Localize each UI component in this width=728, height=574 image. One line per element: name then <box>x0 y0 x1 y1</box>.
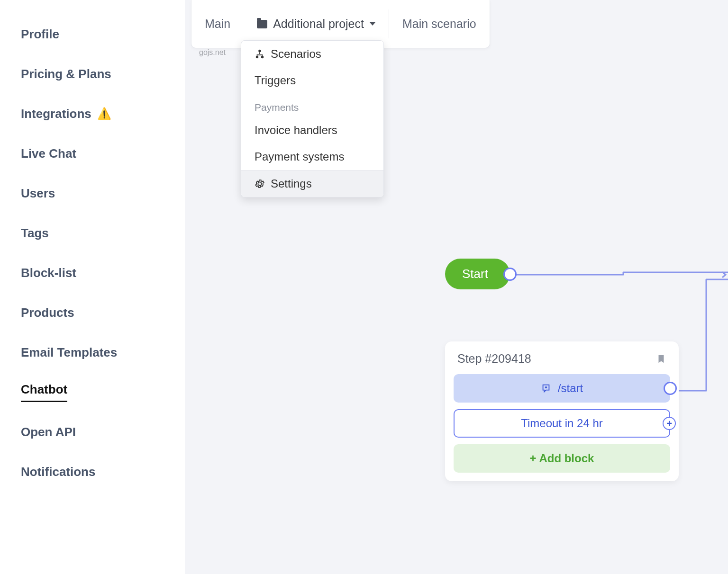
sidebar-item-blocklist[interactable]: Block-list <box>0 253 185 293</box>
sidebar-item-integrations[interactable]: Integrations ⚠️ <box>0 94 185 134</box>
sidebar-item-users[interactable]: Users <box>0 173 185 213</box>
label: Settings <box>271 177 312 190</box>
project-dropdown-menu: Scenarios Triggers Payments Invoice hand… <box>241 40 384 197</box>
label: Email Templates <box>21 345 117 360</box>
step-add-block-button[interactable]: + Add block <box>454 444 670 473</box>
sidebar-item-profile[interactable]: Profile <box>0 14 185 54</box>
label: Main scenario <box>402 17 476 31</box>
label: Products <box>21 305 74 320</box>
svg-point-0 <box>258 50 261 53</box>
label: Users <box>21 186 55 201</box>
svg-point-2 <box>261 56 264 59</box>
menu-item-scenarios[interactable]: Scenarios <box>241 41 383 67</box>
label: Payment systems <box>255 150 344 163</box>
breadcrumb-scenario[interactable]: Main scenario <box>389 0 490 48</box>
sidebar-item-chatbot[interactable]: Chatbot <box>0 372 185 412</box>
warning-icon: ⚠️ <box>97 107 111 120</box>
flow-node-step[interactable]: Step #209418 /start Timeout in 24 hr + +… <box>445 341 679 481</box>
gojs-watermark: gojs.net <box>199 48 226 57</box>
menu-item-invoice-handlers[interactable]: Invoice handlers <box>241 117 383 144</box>
label: Scenarios <box>271 47 321 61</box>
canvas[interactable]: Main Additional project Main scenario Sc… <box>185 0 728 574</box>
label: Additional project <box>273 17 364 31</box>
sidebar-item-emailtemplates[interactable]: Email Templates <box>0 332 185 372</box>
sidebar-item-notifications[interactable]: Notifications <box>0 452 185 492</box>
label: Live Chat <box>21 146 76 161</box>
label: Open API <box>21 425 76 439</box>
bookmark-icon[interactable] <box>656 354 666 364</box>
gear-icon <box>255 179 265 189</box>
add-port-icon[interactable]: + <box>663 417 676 430</box>
label: Triggers <box>255 74 296 87</box>
folder-icon <box>257 20 267 28</box>
label: Main <box>205 17 230 31</box>
sidebar-item-products[interactable]: Products <box>0 293 185 332</box>
label: Tags <box>21 226 49 241</box>
step-block-timeout[interactable]: Timeout in 24 hr + <box>454 409 670 438</box>
menu-item-payment-systems[interactable]: Payment systems <box>241 144 383 170</box>
menu-item-settings[interactable]: Settings <box>241 170 383 197</box>
label: Timeout in 24 hr <box>521 417 603 430</box>
label: Notifications <box>21 465 95 479</box>
sidebar-item-pricing[interactable]: Pricing & Plans <box>0 54 185 94</box>
sidebar: Profile Pricing & Plans Integrations ⚠️ … <box>0 0 185 574</box>
label: Pricing & Plans <box>21 67 111 81</box>
menu-item-triggers[interactable]: Triggers <box>241 67 383 94</box>
label: /start <box>558 382 583 395</box>
label: Block-list <box>21 266 76 280</box>
step-block-start[interactable]: /start <box>454 374 670 403</box>
flow-node-start[interactable]: Start <box>445 259 510 289</box>
output-port[interactable] <box>664 382 677 395</box>
label: Profile <box>21 27 59 42</box>
sidebar-item-openapi[interactable]: Open API <box>0 412 185 452</box>
label: Invoice handlers <box>255 124 337 137</box>
step-title: Step #209418 <box>457 352 531 366</box>
label: Start <box>462 267 488 281</box>
menu-header-payments: Payments <box>241 94 383 117</box>
output-port[interactable] <box>503 268 517 281</box>
message-down-icon <box>541 383 551 394</box>
label: Integrations <box>21 107 91 121</box>
sitemap-icon <box>255 49 265 59</box>
sidebar-item-tags[interactable]: Tags <box>0 213 185 253</box>
chevron-down-icon <box>370 22 375 26</box>
breadcrumb-main[interactable]: Main <box>191 0 244 48</box>
sidebar-item-livechat[interactable]: Live Chat <box>0 134 185 173</box>
svg-point-1 <box>256 56 259 59</box>
label: Chatbot <box>21 382 67 402</box>
step-header: Step #209418 <box>454 350 670 374</box>
label: + Add block <box>530 452 594 465</box>
